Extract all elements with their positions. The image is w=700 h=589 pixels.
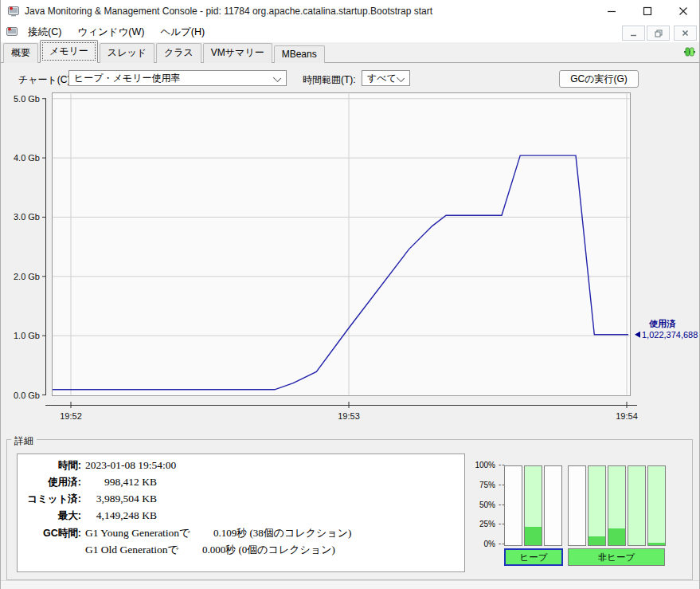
time-range-value: すべて (367, 72, 397, 85)
detail-value: 3,989,504 KB (85, 493, 157, 505)
menu-item-2[interactable]: ヘルプ(H) (152, 23, 213, 41)
window-minimize-button[interactable] (593, 0, 629, 22)
x-tick-label: 19:52 (60, 411, 82, 421)
connection-status-icon (682, 45, 697, 58)
chevron-down-icon (397, 74, 405, 82)
pool-bar[interactable] (588, 465, 606, 546)
detail-row: GC時間:G1 Young Generationで0.109秒 (38個のコレク… (18, 526, 464, 543)
minimize-icon (607, 6, 616, 16)
detail-value-number: 3,989,504 KB (85, 493, 157, 505)
detail-value: 998,412 KB (85, 476, 157, 488)
menu-item-1[interactable]: ウィンドウ(W) (69, 23, 152, 41)
time-range-combobox[interactable]: すべて (362, 70, 410, 86)
perform-gc-label: GCの実行(G) (570, 73, 628, 86)
detail-label: 最大: (18, 509, 81, 523)
perform-gc-button[interactable]: GCの実行(G) (559, 70, 639, 88)
pool-bar[interactable] (608, 465, 626, 546)
pool-scale-label: 100% (467, 461, 495, 469)
x-tick-label: 19:54 (616, 411, 638, 421)
details-panel: 時間:2023-01-08 19:54:00使用済:998,412 KBコミット… (17, 454, 465, 572)
detail-value: G1 Old Generationで (85, 544, 178, 556)
detail-value-number: 4,149,248 KB (85, 509, 157, 522)
pool-bar[interactable] (544, 465, 562, 546)
detail-row: 最大:4,149,248 KB (18, 509, 464, 526)
detail-label: コミット済: (18, 493, 81, 506)
series-marker-label: 使用済 (648, 319, 676, 328)
pool-scale-label: 75% (467, 481, 495, 489)
plot-background (53, 93, 631, 396)
detail-gc-stat: 0.000秒 (0個のコレクション) (202, 543, 335, 557)
series-marker-value: 1,022,374,688 (642, 330, 698, 340)
title-bar: Java Monitoring & Management Console - p… (1, 0, 699, 22)
chart-combo-label: チャート(C): (18, 73, 73, 87)
tab-0[interactable]: 概要 (3, 43, 38, 63)
pool-scale-label: 50% (467, 501, 495, 509)
chart-type-value: ヒープ・メモリー使用率 (74, 72, 180, 85)
pool-bar[interactable] (568, 465, 586, 546)
pool-bar-used-fill (589, 536, 605, 545)
details-group-title: 詳細 (11, 434, 37, 448)
detail-row: G1 Old Generationで0.000秒 (0個のコレクション) (18, 543, 464, 560)
pool-bar-used-fill (648, 543, 665, 545)
pool-bar-used-fill (525, 527, 542, 545)
detail-row: コミット済:3,989,504 KB (18, 493, 464, 509)
y-tick-label: 1.0 Gb (14, 331, 40, 340)
tab-5[interactable]: MBeans (274, 45, 325, 63)
pool-bar[interactable] (628, 465, 646, 546)
pool-group-button-nonheap[interactable]: 非ヒープ (568, 548, 665, 566)
y-tick-label: 3.0 Gb (14, 212, 40, 222)
tab-4[interactable]: VMサマリー (203, 43, 272, 63)
bottom-strip (1, 580, 699, 589)
app-icon (7, 5, 20, 18)
pool-scale-label: 25% (467, 520, 495, 528)
x-tick-label: 19:53 (338, 411, 360, 421)
y-tick-label: 4.0 Gb (14, 153, 40, 163)
pool-bar[interactable] (504, 465, 522, 546)
maximize-icon (643, 6, 652, 16)
detail-value: 2023-01-08 19:54:00 (85, 459, 176, 471)
chart-type-combobox[interactable]: ヒープ・メモリー使用率 (68, 70, 287, 86)
y-tick-label: 5.0 Gb (14, 94, 40, 104)
pool-scale-label: 0% (467, 540, 495, 548)
detail-value-number: 998,412 KB (85, 476, 157, 489)
frame-close-button[interactable] (674, 26, 697, 41)
pool-bar[interactable] (647, 465, 666, 546)
frame-restore-icon (655, 29, 663, 37)
detail-gc-stat: 0.109秒 (38個のコレクション) (213, 526, 351, 540)
detail-value: G1 Young Generationで (85, 527, 190, 539)
close-icon (678, 6, 688, 16)
detail-value: 4,149,248 KB (85, 509, 157, 521)
frame-minimize-icon (630, 29, 637, 37)
detail-row: 使用済:998,412 KB (18, 476, 464, 493)
jconsole-window: Java Monitoring & Management Console - p… (0, 0, 700, 589)
series-marker-arrow (635, 332, 640, 338)
y-tick-label: 0.0 Gb (14, 391, 40, 400)
detail-label: GC時間: (18, 527, 81, 540)
chevron-down-icon (273, 74, 281, 82)
tab-2[interactable]: スレッド (100, 43, 154, 63)
pool-group-button-heap[interactable]: ヒープ (504, 548, 563, 566)
frame-minimize-button[interactable] (622, 26, 645, 41)
frame-icon (6, 26, 18, 38)
frame-close-icon (682, 29, 689, 37)
window-title: Java Monitoring & Management Console - p… (25, 6, 432, 17)
detail-row: 時間:2023-01-08 19:54:00 (18, 459, 464, 476)
detail-label: 使用済: (18, 476, 81, 489)
window-close-button[interactable] (665, 0, 700, 22)
y-tick-label: 2.0 Gb (14, 272, 40, 281)
pool-bar-used-fill (608, 528, 625, 545)
time-range-label: 時間範囲(T): (303, 73, 356, 87)
frame-restore-button[interactable] (647, 26, 670, 41)
tab-3[interactable]: クラス (156, 43, 201, 63)
menu-item-0[interactable]: 接続(C) (20, 23, 69, 41)
pool-bar[interactable] (524, 465, 542, 546)
window-maximize-button[interactable] (629, 0, 665, 22)
heap-usage-chart: 5.0 Gb4.0 Gb3.0 Gb2.0 Gb1.0 Gb0.0 Gb19:5… (0, 88, 700, 434)
tab-strip: 概要メモリースレッドクラスVMサマリーMBeans (1, 42, 699, 63)
tab-1[interactable]: メモリー (40, 40, 98, 63)
detail-label: 時間: (18, 459, 81, 473)
